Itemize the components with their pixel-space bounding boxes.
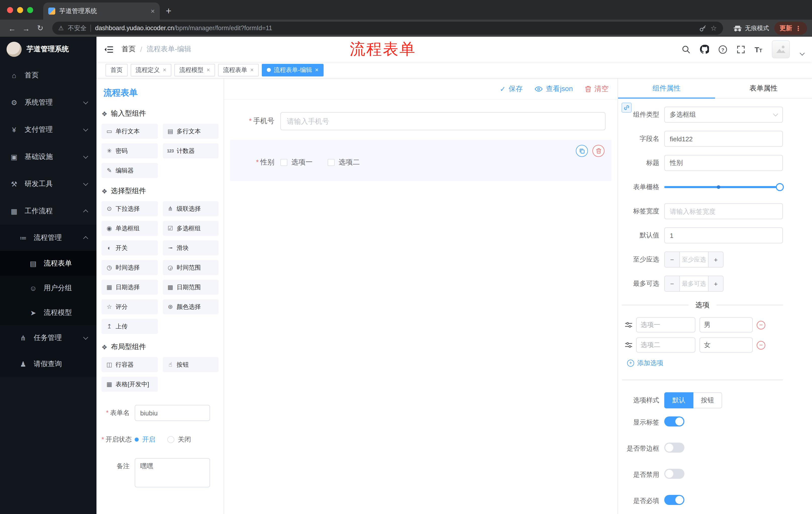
- chip-upload[interactable]: ↥上传: [102, 319, 157, 334]
- tag-process-form[interactable]: 流程表单 ×: [218, 64, 259, 76]
- font-size-icon[interactable]: TT: [754, 45, 762, 54]
- form-grid-slider[interactable]: [664, 179, 783, 195]
- copy-field-button[interactable]: [576, 145, 588, 157]
- chip-checkbox-group[interactable]: ☑多选框组: [163, 221, 219, 236]
- forward-button[interactable]: →: [19, 24, 33, 32]
- option-name-input[interactable]: [636, 337, 695, 353]
- delete-field-button[interactable]: [592, 145, 605, 157]
- field-row-gender-selected[interactable]: 性别 选项一 选项二: [230, 140, 611, 181]
- new-tab-button[interactable]: +: [166, 5, 171, 17]
- chip-time-range[interactable]: ◶时间范围: [163, 260, 219, 275]
- checkbox-box[interactable]: [280, 159, 287, 166]
- phone-input[interactable]: [280, 112, 606, 130]
- fullscreen-icon[interactable]: [736, 45, 745, 54]
- sidebar-item-system[interactable]: ⚙ 系统管理: [0, 89, 96, 116]
- address-bar[interactable]: ⚠ 不安全 dashboard.yudao.iocoder.cn/bpm/man…: [52, 22, 723, 35]
- status-radio-on[interactable]: 开启: [135, 435, 155, 444]
- tag-process-definition[interactable]: 流程定义 ×: [130, 64, 171, 76]
- style-button-button[interactable]: 按钮: [693, 392, 722, 408]
- show-label-switch[interactable]: [664, 416, 685, 427]
- label-width-input[interactable]: [664, 203, 783, 219]
- tag-home[interactable]: 首页: [106, 64, 127, 76]
- stepper-placeholder[interactable]: 至少应选: [680, 252, 708, 267]
- stepper-increase-button[interactable]: +: [708, 252, 723, 267]
- field-link-badge[interactable]: [621, 103, 632, 113]
- tab-component-props[interactable]: 组件属性: [618, 78, 715, 98]
- sidebar-item-home[interactable]: ⌂ 首页: [0, 62, 96, 89]
- field-row-phone[interactable]: 手机号: [230, 108, 611, 135]
- reload-button[interactable]: ↻: [33, 24, 47, 33]
- tab-form-props[interactable]: 表单属性: [715, 78, 812, 98]
- checkbox-box[interactable]: [328, 159, 335, 166]
- option-drag-icon[interactable]: [625, 322, 632, 328]
- slider-handle[interactable]: [776, 183, 784, 191]
- field-name-input[interactable]: [664, 131, 783, 147]
- zoom-window-button[interactable]: [27, 7, 33, 13]
- bookmark-star-icon[interactable]: ☆: [710, 24, 717, 32]
- browser-tab[interactable]: 芋道管理系统 ×: [43, 2, 160, 20]
- sidebar-item-payment[interactable]: ¥ 支付管理: [0, 116, 96, 143]
- form-remark-textarea[interactable]: 嘿嘿: [135, 458, 210, 487]
- chip-radio-group[interactable]: ◉单选框组: [102, 221, 157, 236]
- password-key-icon[interactable]: [699, 24, 706, 32]
- tag-close-icon[interactable]: ×: [206, 66, 210, 74]
- chip-rate[interactable]: ☆评分: [102, 299, 157, 314]
- breadcrumb-home[interactable]: 首页: [122, 45, 136, 54]
- avatar-caret-icon[interactable]: [800, 50, 805, 55]
- remove-option-button[interactable]: −: [757, 341, 765, 349]
- minimize-window-button[interactable]: [17, 7, 23, 13]
- chip-select[interactable]: ⊙下拉选择: [102, 201, 157, 216]
- tag-process-model[interactable]: 流程模型 ×: [174, 64, 215, 76]
- update-browser-button[interactable]: 更新 ⋮: [774, 22, 807, 35]
- avatar[interactable]: [772, 40, 790, 58]
- sidebar-item-devtools[interactable]: ⚒ 研发工具: [0, 170, 96, 198]
- tag-close-icon[interactable]: ×: [163, 66, 166, 74]
- tag-process-form-edit[interactable]: 流程表单-编辑 ×: [262, 64, 324, 76]
- browser-menu-icon[interactable]: ⋮: [795, 24, 802, 32]
- chip-row-container[interactable]: ◫行容器: [102, 357, 157, 372]
- option-name-input[interactable]: [636, 317, 695, 332]
- chip-date-picker[interactable]: ▦日期选择: [102, 280, 157, 295]
- option-value-input[interactable]: [699, 317, 753, 332]
- sidebar-item-leave-query[interactable]: ♟ 请假查询: [0, 351, 96, 377]
- save-button[interactable]: ✓ 保存: [500, 84, 523, 93]
- hamburger-fold-icon[interactable]: [105, 46, 114, 53]
- default-value-input[interactable]: [664, 227, 783, 243]
- chip-editor[interactable]: ✎编辑器: [102, 163, 157, 178]
- view-json-button[interactable]: 查看json: [535, 84, 573, 93]
- sidebar-item-process-form[interactable]: ▤ 流程表单: [0, 251, 96, 276]
- title-input[interactable]: [664, 155, 783, 171]
- chip-table-dev[interactable]: ▦表格[开发中]: [102, 377, 157, 392]
- stepper-decrease-button[interactable]: −: [665, 276, 680, 291]
- checkbox-option2[interactable]: 选项二: [328, 158, 360, 167]
- tag-close-icon[interactable]: ×: [315, 66, 319, 74]
- component-type-select[interactable]: 多选框组: [664, 107, 783, 123]
- chip-multi-line-text[interactable]: ▤多行文本: [163, 124, 219, 139]
- tab-close-icon[interactable]: ×: [151, 7, 155, 15]
- github-icon[interactable]: [700, 45, 709, 54]
- status-radio-off[interactable]: 关闭: [167, 435, 191, 444]
- form-name-input[interactable]: [135, 405, 210, 421]
- stepper-placeholder[interactable]: 最多可选: [680, 276, 708, 291]
- chip-button[interactable]: ☝按钮: [163, 357, 219, 372]
- sidebar-item-workflow[interactable]: ▦ 工作流程: [0, 198, 96, 225]
- chip-password[interactable]: ✳密码: [102, 143, 157, 158]
- tag-close-icon[interactable]: ×: [250, 66, 254, 74]
- option-drag-icon[interactable]: [625, 342, 632, 348]
- stepper-decrease-button[interactable]: −: [665, 252, 680, 267]
- sidebar-item-task-mgmt[interactable]: ⋔ 任务管理: [0, 325, 96, 351]
- clear-button[interactable]: 清空: [585, 84, 609, 93]
- disabled-switch[interactable]: [664, 469, 685, 479]
- back-button[interactable]: ←: [5, 24, 19, 32]
- help-icon[interactable]: ?: [718, 45, 727, 54]
- option-value-input[interactable]: [699, 337, 753, 353]
- sidebar-item-process-model[interactable]: ➤ 流程模型: [0, 300, 96, 325]
- slider-track[interactable]: [664, 186, 780, 188]
- remove-option-button[interactable]: −: [757, 321, 765, 329]
- checkbox-option1[interactable]: 选项一: [280, 158, 313, 167]
- sidebar-item-user-group[interactable]: ☺ 用户分组: [0, 276, 96, 300]
- sidebar-item-process-mgmt[interactable]: ≔ 流程管理: [0, 225, 96, 251]
- search-icon[interactable]: [682, 45, 690, 54]
- chip-color-picker[interactable]: ⊛颜色选择: [163, 299, 219, 314]
- style-default-button[interactable]: 默认: [664, 392, 693, 408]
